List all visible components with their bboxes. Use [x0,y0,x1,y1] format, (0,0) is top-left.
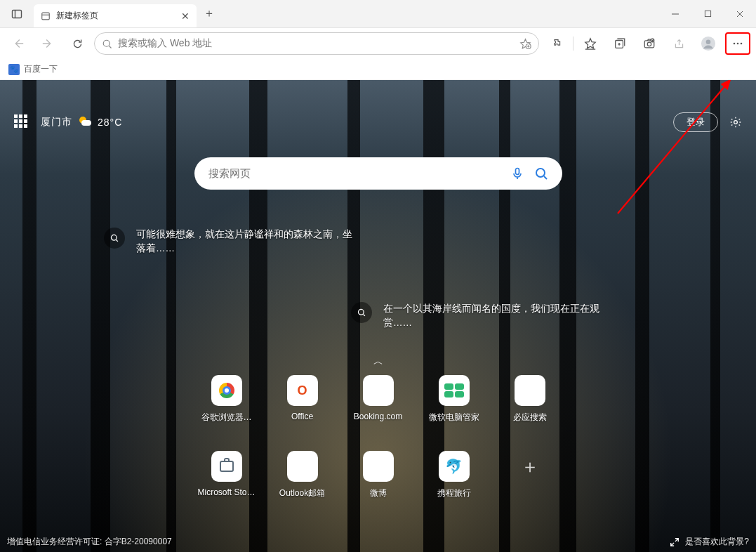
extensions-button[interactable] [543,32,569,55]
tab-favicon [41,11,51,21]
content-footer: 增值电信业务经营许可证: 合字B2-20090007 是否喜欢此背景? [0,536,756,548]
svg-rect-2 [42,13,50,20]
favorites-button[interactable] [578,32,603,55]
tile-booking[interactable]: B.Booking.com [346,375,411,440]
expand-icon[interactable] [670,537,679,547]
svg-line-9 [110,46,112,48]
svg-point-23 [706,39,711,44]
profile-button[interactable] [696,32,721,55]
svg-point-31 [111,235,117,240]
tile-ctrip[interactable]: 🐬携程旅行 [422,451,486,515]
svg-point-24 [734,43,736,45]
toolbar: 搜索或输入 Web 地址 [0,28,756,59]
app-launcher-icon[interactable] [14,114,29,130]
weather-icon [78,115,92,129]
address-bar[interactable]: 搜索或输入 Web 地址 [94,32,539,55]
window-minimize-button[interactable] [659,0,691,27]
svg-point-20 [647,42,651,46]
tab-actions-button[interactable] [0,0,34,27]
svg-rect-28 [515,169,519,175]
info-story-2[interactable]: 在一个以其海岸线而闻名的国度，我们现在正在观赏…… [351,302,604,330]
tile-bing[interactable]: b必应搜索 [498,375,562,440]
svg-point-27 [734,121,738,124]
tab-title: 新建标签页 [56,10,175,22]
reload-button[interactable] [65,32,90,55]
collections-button[interactable] [607,32,632,55]
bookmark-baidu[interactable]: 百度一下 [24,63,58,75]
svg-line-32 [116,239,117,241]
favorite-page-icon[interactable] [519,38,531,50]
svg-line-34 [363,314,364,315]
tile-office[interactable]: OOffice [270,375,335,440]
titlebar: 新建标签页 ✕ ＋ [0,0,756,28]
svg-point-26 [741,43,743,45]
story-1-text: 可能很难想象，就在这片静谧祥和的森林之南，坐落着…… [136,228,357,256]
page-settings-gear-icon[interactable] [729,116,742,129]
svg-line-35 [618,80,730,213]
info-story-1[interactable]: 可能很难想象，就在这片静谧祥和的森林之南，坐落着…… [104,228,357,256]
tile-add[interactable]: ＋ [498,451,562,515]
svg-point-29 [536,169,545,177]
svg-point-33 [358,309,364,315]
new-tab-content: 厦门市 28°C 登录 搜索网页 可能很难想象，就在这片静谧祥和的森林之南，坐落… [0,80,756,552]
share-button[interactable] [666,32,691,55]
svg-line-30 [544,176,547,179]
svg-point-8 [103,40,110,46]
screenshot-button[interactable] [637,32,662,55]
quick-links-grid: 谷歌浏览器… OOffice B.Booking.com 微软电脑管家 b必应搜… [194,375,562,515]
weather-temp: 28°C [98,117,122,128]
collapse-caret-icon[interactable]: ︿ [373,355,383,368]
weather-widget[interactable]: 厦门市 28°C [41,115,122,129]
story-2-text: 在一个以其海岸线而闻名的国度，我们现在正在观赏…… [383,302,604,330]
svg-rect-5 [705,11,710,16]
search-icon [102,39,112,49]
tile-weibo[interactable]: 👁微博 [346,451,411,515]
search-submit-icon[interactable] [534,166,548,180]
login-button[interactable]: 登录 [673,112,718,132]
baidu-favicon: 🐾 [8,64,20,75]
tile-msstore[interactable]: Microsoft Sto… [194,451,259,515]
address-bar-placeholder: 搜索或输入 Web 地址 [118,37,514,50]
window-close-button[interactable] [724,0,756,27]
voice-search-icon[interactable] [510,166,524,180]
tile-chrome[interactable]: 谷歌浏览器… [194,375,259,440]
tab-close-button[interactable]: ✕ [181,11,190,22]
svg-point-25 [737,43,739,45]
tile-pcmanager[interactable]: 微软电脑管家 [422,375,486,440]
back-button[interactable] [6,32,31,55]
forward-button[interactable] [35,32,60,55]
new-tab-button[interactable]: ＋ [197,0,222,27]
tile-outlook[interactable]: OOutlook邮箱 [270,451,335,515]
search-placeholder: 搜索网页 [208,167,500,180]
like-background-link[interactable]: 是否喜欢此背景? [685,536,749,548]
magnify-icon [104,228,125,249]
magnify-icon [351,302,372,323]
license-text: 增值电信业务经营许可证: 合字B2-20090007 [7,536,172,548]
bookmarks-bar: 🐾 百度一下 [0,59,756,80]
svg-rect-0 [13,10,22,18]
window-maximize-button[interactable] [691,0,724,27]
weather-city: 厦门市 [41,116,72,129]
browser-tab[interactable]: 新建标签页 ✕ [34,4,197,27]
svg-marker-14 [585,39,595,48]
web-search-bar[interactable]: 搜索网页 [194,157,562,190]
settings-and-more-button[interactable] [725,32,750,55]
